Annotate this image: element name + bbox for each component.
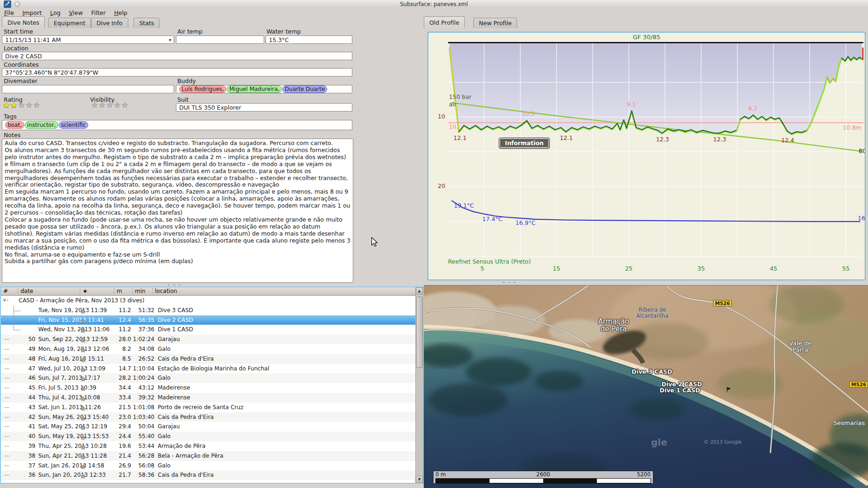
right-splitter-handle[interactable] [503, 282, 515, 284]
tab-old-profile[interactable]: Old Profile [424, 16, 465, 28]
horizontal-splitter-handle[interactable] [168, 284, 180, 286]
air-temp-field[interactable] [176, 35, 264, 44]
dive-row[interactable]: 41Sat, May 25, 2013 12:19★★★★★29.450:04G… [1, 422, 416, 432]
map-label-vale-de-parra: Vale deParra [784, 340, 817, 353]
x-tick-label: 55 [842, 265, 850, 272]
trip-label: CASD - Armação de Pêra, Nov 2013 (3 dive… [19, 297, 145, 304]
coordinates-value: 37°05'23.460"N 8°20'47.879"W [5, 69, 98, 76]
tab-dive-info[interactable]: Dive Info [91, 18, 128, 28]
col-header-duration[interactable]: min [135, 288, 146, 294]
coordinates-field[interactable]: 37°05'23.460"N 8°20'47.879"W [2, 68, 352, 77]
chip-duarte-duarte: Duarte Duarte [282, 85, 327, 93]
collapse-caret-icon[interactable]: ∨– [3, 297, 8, 302]
max-depth-label: 12.3 [656, 136, 669, 143]
temp-end-label: 16 [858, 215, 865, 222]
map-copyright: © 2013 Google [704, 439, 742, 445]
col-header-stars[interactable]: ★ [83, 288, 88, 294]
star-icon[interactable]: ★ [121, 100, 129, 110]
star-icon[interactable]: ★ [10, 100, 18, 110]
water-temp-label: Water temp [266, 28, 301, 35]
tab-dive-notes[interactable]: Dive Notes [2, 16, 45, 28]
tab-equipment[interactable]: Equipment [48, 18, 91, 28]
menu-item-help[interactable]: Help [110, 8, 132, 18]
divemaster-field[interactable] [2, 85, 174, 93]
dive-row[interactable]: 48Fri, Aug 16, 2013 15:11★★★★★8.526:52Ca… [1, 354, 416, 364]
dive-row-selected[interactable]: Fri, Nov 15, 2013 11:41★★★★★12.456:35Div… [1, 315, 416, 325]
dive-trip-row[interactable]: ∨–CASD - Armação de Pêra, Nov 2013 (3 di… [1, 296, 416, 306]
pressure-start-label: 150 bar [449, 93, 472, 100]
start-time-label: Start time [4, 28, 33, 35]
dive-row[interactable]: 39Thu, Apr 25, 2013 10:28★★★★★19.653:44A… [1, 441, 416, 451]
dive-row[interactable]: 42Sun, May 26, 2013 15:40★★★★★23.01:03:4… [1, 412, 416, 422]
menu-item-view[interactable]: View [65, 8, 87, 18]
dive-row[interactable]: 38Sun, Apr 21, 2013 11:28★★★★★21.456:28B… [1, 451, 416, 461]
star-icon[interactable]: ★ [114, 100, 121, 110]
chevron-down-icon: ▾ [169, 37, 171, 42]
dive-site-map[interactable]: Armaçãode Pêra Ribeira deAlcantarilha Va… [424, 285, 868, 488]
map-label-dive3[interactable]: Dive 3 CASD [624, 368, 680, 375]
scroll-up-button[interactable]: ▲ [416, 287, 423, 294]
dive-row[interactable]: 46Sun, Jul 7, 2013 17:17★★★★★28.21:00:24… [1, 373, 416, 383]
star-icon[interactable]: ★ [26, 100, 33, 110]
peak-depth-label: 10.5 [522, 110, 535, 117]
dive-row[interactable]: Wed, Nov 13, 2013 11:06★★★★★11.237:36Div… [1, 325, 416, 335]
star-icon[interactable]: ★ [18, 100, 26, 110]
dive-row[interactable]: 37Sat, Jan 26, 2013 14:58★★★★★26.956:08G… [1, 461, 416, 471]
star-icon[interactable]: ★ [33, 100, 41, 110]
dive-row[interactable]: 47Wed, Jul 10, 2013 13:09★★★★★14.71:10:0… [1, 364, 416, 374]
col-header-number[interactable]: # [3, 288, 8, 294]
tab-new-profile[interactable]: New Profile [473, 18, 517, 28]
star-icon[interactable]: ★ [98, 100, 106, 110]
scroll-down-button[interactable]: ▼ [416, 476, 423, 483]
menu-item-filter[interactable]: Filter [87, 8, 110, 18]
col-header-date[interactable]: date [21, 288, 33, 294]
temperature-label: 17.4°C [482, 216, 502, 223]
tags-field[interactable]: boat,instructor,scientific [2, 120, 352, 130]
star-icon[interactable]: ★ [106, 100, 114, 110]
temperature-label: 16.9°C [516, 219, 536, 226]
window-title: Subsurface: paneves.xml [0, 1, 868, 7]
x-tick-label: 35 [698, 265, 705, 272]
dive-row[interactable]: 44Thu, Jul 4, 2013 10:08★★★★★33.439:32Ma… [1, 393, 416, 403]
dive-row[interactable]: 43Sat, Jun 1, 2013 11:26★★★★★21.51:01:08… [1, 403, 416, 412]
tab-stats[interactable]: Stats [133, 18, 160, 28]
temperature-label: 19.1°C [454, 202, 474, 209]
visibility-stars[interactable]: ★★★★★ [91, 100, 129, 110]
menu-item-log[interactable]: Log [46, 8, 64, 18]
profile-plot [448, 42, 865, 278]
x-tick-label: 25 [625, 265, 633, 272]
tags-label: Tags [4, 113, 17, 120]
dive-row[interactable]: Tue, Nov 19, 2013 11:39★★★★★11.251:32Div… [1, 306, 416, 315]
map-label-sesmarias: Sesmarias [829, 420, 868, 426]
air-temp-label: Air temp [177, 28, 203, 35]
gas-label: air [449, 101, 456, 108]
information-button[interactable]: Information [499, 138, 550, 148]
buddy-field[interactable]: Luís Rodrigues,Miguel Madureira,Duarte D… [176, 85, 352, 93]
max-depth-label: 12.4 [781, 137, 794, 144]
dive-row[interactable]: 50Sun, Sep 22, 2013 12:59★★★★★28.01:02:2… [1, 335, 416, 344]
dive-row[interactable]: 49Mon, Aug 19, 2013 12:06★★★★★8.234:08Ga… [1, 344, 416, 354]
dive-list-header[interactable]: # date ★ m min location [1, 287, 423, 296]
map-label-dive1[interactable]: Dive 1 CASD [652, 387, 708, 394]
location-value: Dive 2 CASD [5, 53, 42, 60]
dive-row[interactable]: 36Sun, Jan 20, 2013 12:33★★★★★21.758:36C… [1, 470, 416, 480]
star-icon[interactable]: ★ [3, 100, 10, 110]
pressure-end-label: 80 [859, 147, 866, 154]
notes-textarea[interactable]: Aula do curso CASD. Transectos c/video e… [2, 139, 353, 283]
suit-field[interactable]: DUI TLS 350 Explorer [176, 103, 352, 112]
dive-list-scrollbar[interactable]: ▲ ▼ [415, 287, 423, 483]
rating-stars[interactable]: ★★★★★ [3, 100, 41, 110]
water-temp-field[interactable]: 15.3°C [266, 35, 352, 44]
dive-computer-label: Reefnet Sensus Ultra (Preto) [448, 258, 531, 265]
scrollbar-thumb[interactable] [416, 297, 423, 368]
dive-row[interactable]: 40Sun, May 19, 2013 15:53★★★★★24.455:40G… [1, 432, 416, 441]
max-depth-label: 12.3 [713, 136, 726, 143]
dive-row[interactable]: 45Fri, Jul 5, 2013 10:39★★★★★34.443:12Ma… [1, 383, 416, 393]
start-time-combo[interactable]: 11/15/13 11:41 AM ▾ [2, 35, 174, 44]
location-field[interactable]: Dive 2 CASD [2, 52, 352, 60]
col-header-depth[interactable]: m [117, 288, 122, 294]
col-header-location[interactable]: location [155, 288, 177, 294]
max-depth-label: 12.1 [560, 134, 573, 141]
divemaster-label: Divemaster [4, 77, 37, 84]
star-icon[interactable]: ★ [91, 100, 98, 110]
